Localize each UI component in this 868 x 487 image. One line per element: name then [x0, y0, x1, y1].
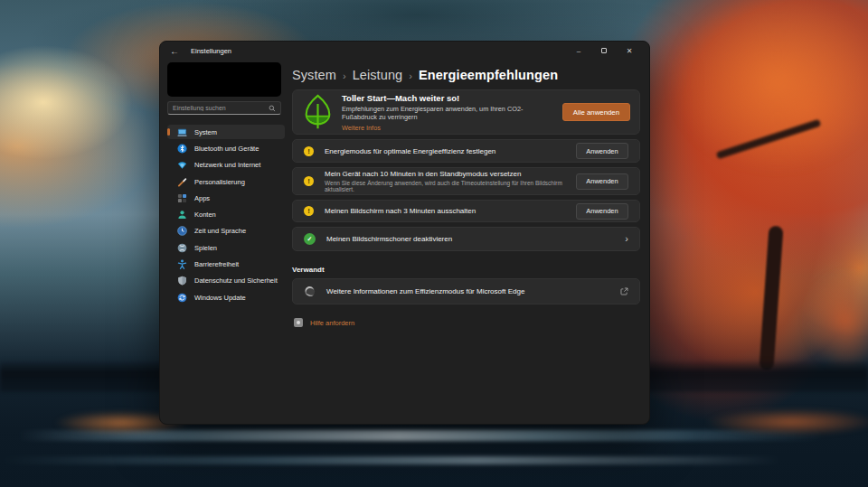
apply-button[interactable]: Anwenden	[576, 173, 628, 190]
wallpaper-tree-branch	[716, 119, 822, 160]
get-help-icon	[294, 318, 303, 327]
learn-more-link[interactable]: Weitere Infos	[342, 124, 553, 132]
breadcrumb-system[interactable]: System	[292, 68, 336, 82]
banner-title: Toller Start—Mach weiter so!	[342, 93, 553, 103]
warning-icon: !	[304, 176, 314, 186]
apply-all-button[interactable]: Alle anwenden	[562, 103, 630, 121]
breadcrumb-separator: ›	[409, 70, 412, 81]
titlebar: ← Einstellungen – ✕	[160, 42, 649, 60]
sidebar-nav: System Bluetooth und Geräte Netzwerk und…	[167, 125, 285, 304]
sidebar-item-label: Apps	[194, 194, 210, 202]
shield-icon	[176, 276, 187, 286]
apply-button[interactable]: Anwenden	[576, 203, 628, 220]
minimize-button[interactable]: –	[566, 42, 591, 59]
accessibility-person-icon	[176, 259, 187, 270]
sidebar-item-label: Zeit und Sprache	[194, 227, 246, 235]
sidebar-item-accessibility[interactable]: Barrierefreiheit	[167, 257, 285, 271]
sidebar-item-label: Personalisierung	[194, 178, 245, 186]
sidebar-item-windows-update[interactable]: Windows Update	[167, 290, 285, 304]
get-help-link[interactable]: Hilfe anfordern	[310, 319, 354, 327]
maximize-button[interactable]	[591, 42, 617, 59]
search-icon	[269, 105, 276, 112]
xbox-icon	[176, 242, 187, 253]
related-row-edge[interactable]: Weitere Informationen zum Effizienzmodus…	[292, 278, 640, 304]
sidebar-item-time-language[interactable]: Zeit und Sprache	[167, 224, 285, 239]
bluetooth-icon	[176, 143, 187, 154]
page-title: Energieempfehlungen	[419, 68, 558, 82]
related-label: Weitere Informationen zum Effizienzmodus…	[326, 287, 620, 295]
sidebar-item-label: Bluetooth und Geräte	[194, 145, 259, 153]
sidebar-item-label: Spielen	[194, 244, 217, 252]
settings-window: ← Einstellungen – ✕ System Bl	[159, 41, 650, 425]
sidebar-item-privacy[interactable]: Datenschutz und Sicherheit	[167, 274, 285, 288]
main-content: System › Leistung › Energieempfehlungen	[292, 60, 649, 424]
maximize-icon	[601, 48, 607, 53]
sidebar-item-gaming[interactable]: Spielen	[167, 240, 285, 255]
wifi-icon	[176, 160, 187, 171]
check-icon: ✓	[304, 233, 316, 245]
desktop: { "colors": { "accent_orange": "#b05e28"…	[0, 0, 868, 487]
wallpaper-reflection-right	[705, 408, 868, 435]
sidebar-item-bluetooth[interactable]: Bluetooth und Geräte	[167, 141, 285, 155]
wallpaper-water-highlight2	[0, 456, 868, 464]
recommendation-subtitle: Wenn Sie diese Änderung anwenden, wird a…	[325, 180, 576, 192]
wallpaper-tree-trunk	[759, 226, 783, 371]
account-area-redacted[interactable]	[167, 62, 281, 97]
external-link-icon	[620, 287, 628, 295]
brush-icon	[176, 176, 187, 187]
recommendation-title: Energiemodus für optimale Energieeffizie…	[325, 147, 576, 155]
close-button[interactable]: ✕	[617, 42, 642, 59]
sidebar-item-label: Konten	[194, 211, 216, 219]
get-help-row[interactable]: Hilfe anfordern	[292, 318, 640, 327]
update-icon	[176, 292, 187, 303]
sidebar-item-label: Windows Update	[194, 294, 246, 302]
wallpaper-tree-foliage	[669, 0, 868, 172]
sidebar-item-accounts[interactable]: Konten	[167, 207, 285, 221]
wallpaper-tree-foliage-low	[805, 271, 868, 370]
wallpaper-water-highlight	[0, 430, 868, 441]
recommendation-title: Mein Gerät nach 10 Minuten in den Standb…	[325, 170, 576, 178]
chevron-right-icon: ›	[625, 234, 628, 244]
warning-icon: !	[304, 146, 314, 156]
breadcrumb: System › Leistung › Energieempfehlungen	[292, 67, 640, 83]
sidebar-item-network[interactable]: Netzwerk und Internet	[167, 158, 285, 173]
edge-icon	[304, 286, 316, 297]
sidebar-item-label: Datenschutz und Sicherheit	[194, 276, 278, 285]
energy-banner: Toller Start—Mach weiter so! Empfehlunge…	[292, 89, 640, 135]
window-title: Einstellungen	[191, 47, 231, 55]
search-box[interactable]	[167, 101, 281, 115]
sidebar-item-label: System	[194, 128, 217, 136]
sidebar-item-personalization[interactable]: Personalisierung	[167, 174, 285, 189]
sidebar-item-system[interactable]: System	[167, 125, 285, 139]
breadcrumb-leistung[interactable]: Leistung	[353, 68, 403, 82]
recommendation-row-screen-off: ! Meinen Bildschirm nach 3 Minuten aussc…	[292, 200, 640, 222]
sidebar-item-apps[interactable]: Apps	[167, 191, 285, 205]
recommendation-title: Meinen Bildschirm nach 3 Minuten ausscha…	[325, 207, 576, 215]
warning-icon: !	[304, 206, 314, 216]
recommendation-row-standby: ! Mein Gerät nach 10 Minuten in den Stan…	[292, 167, 640, 195]
leaf-icon	[302, 94, 333, 130]
recommendation-title: Meinen Bildschirmschoner deaktivieren	[326, 235, 625, 243]
banner-description: Empfehlungen zum Energiesparen anwenden,…	[342, 105, 553, 121]
person-icon	[176, 210, 187, 220]
recommendation-row-energy-mode: ! Energiemodus für optimale Energieeffiz…	[292, 139, 640, 163]
system-icon	[176, 126, 187, 137]
apps-icon	[176, 192, 187, 203]
related-header: Verwandt	[292, 266, 640, 274]
search-input[interactable]	[173, 105, 269, 111]
recommendation-row-screensaver[interactable]: ✓ Meinen Bildschirmschoner deaktivieren …	[292, 227, 640, 251]
apply-button[interactable]: Anwenden	[576, 143, 628, 159]
sidebar-item-label: Barrierefreiheit	[194, 260, 239, 268]
back-button[interactable]: ←	[167, 46, 182, 56]
sidebar-item-label: Netzwerk und Internet	[194, 161, 260, 169]
breadcrumb-separator: ›	[343, 70, 346, 81]
clock-icon	[176, 226, 187, 237]
sidebar: System Bluetooth und Geräte Netzwerk und…	[160, 60, 292, 424]
